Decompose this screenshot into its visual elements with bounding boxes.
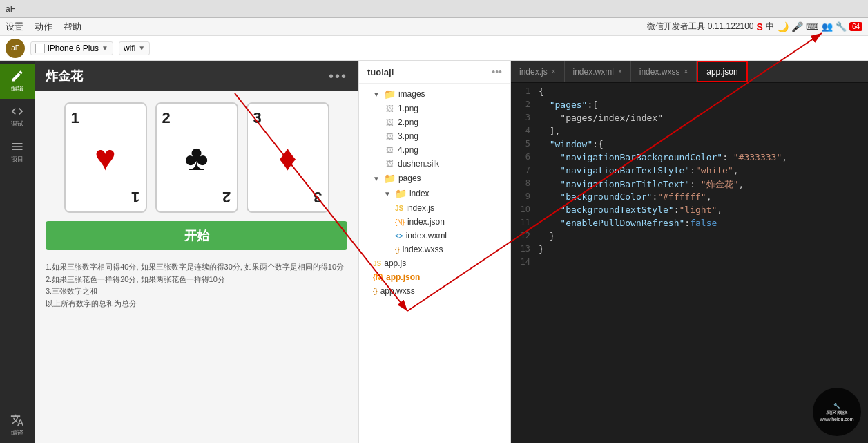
card-2: 2 ♣ 2 — [155, 102, 238, 213]
code-tabs: index.js × index.wxml × index.wxss × app… — [511, 61, 868, 83]
file-index-js[interactable]: JS index.js — [359, 201, 510, 215]
watermark-text-2: www.heiqu.com — [820, 417, 853, 422]
line-content: "navigationBarTitleText": "炸金花", — [539, 178, 868, 191]
js-icon-app: JS — [373, 260, 381, 267]
device-name: iPhone 6 Plus — [48, 44, 99, 53]
keyboard-icon: ⌨ — [806, 21, 819, 32]
code-line: 11 "enablePullDownRefresh":false — [511, 217, 868, 230]
card-3-suit: ♦ — [278, 140, 297, 176]
line-number: 7 — [511, 164, 539, 178]
file-panel: tuolaji ••• ▼ 📁 images 🖼 1.png 🖼 2.png 🖼… — [359, 61, 511, 443]
file-pages-folder[interactable]: ▼ 📁 pages — [359, 171, 510, 186]
tab-index-wxml-label: index.wxml — [573, 67, 614, 77]
sidebar-item-debug[interactable]: 调试 — [0, 99, 35, 134]
card-3: 3 ♦ 3 — [247, 102, 329, 213]
tab-index-wxml-close[interactable]: × — [618, 68, 622, 75]
af-tab: aF — [0, 0, 868, 18]
sidebar-bottom: 编译 — [8, 408, 27, 443]
left-sidebar: 编辑 调试 项目 编译 — [0, 61, 35, 443]
line-number: 10 — [511, 204, 539, 217]
code-area[interactable]: 1{2 "pages":[3 "pages/index/index"4 ],5 … — [511, 83, 868, 443]
tab-index-wxss[interactable]: index.wxss × — [631, 61, 697, 82]
device-selector[interactable]: iPhone 6 Plus ▼ — [30, 41, 113, 55]
tab-app-json[interactable]: app.json — [697, 61, 747, 82]
file-app-js[interactable]: JS app.js — [359, 256, 510, 270]
tab-index-wxss-label: index.wxss — [639, 67, 680, 77]
tab-index-wxml[interactable]: index.wxml × — [565, 61, 631, 82]
img-icon-2: 🖼 — [384, 118, 395, 126]
img-icon-4: 🖼 — [384, 146, 395, 154]
menu-right: 微信开发者工具 0.11.122100 S 中 🌙 🎤 ⌨ 👥 🔧 64 — [647, 21, 862, 32]
json-icon-app: {N} — [373, 274, 383, 281]
card-3-bottom: 3 — [314, 188, 322, 206]
menu-help[interactable]: 帮助 — [64, 21, 81, 33]
card-1-top: 1 — [71, 109, 79, 127]
code-line: 8 "navigationBarTitleText": "炸金花", — [511, 178, 868, 191]
line-number: 2 — [511, 99, 539, 112]
file-app-wxss[interactable]: {} app.wxss — [359, 284, 510, 298]
main-area: 编辑 调试 项目 编译 炸金花 ••• 1 ♥ 1 — [0, 61, 868, 443]
phone-topbar: 炸金花 ••• — [35, 61, 358, 91]
rule-3: 3.三张数字之和 — [46, 285, 347, 298]
line-number: 1 — [511, 86, 539, 99]
file-dushen[interactable]: 🖼 dushen.silk — [359, 157, 510, 171]
code-line: 3 "pages/index/index" — [511, 112, 868, 125]
sidebar-item-translate[interactable]: 编译 — [8, 408, 27, 443]
start-button[interactable]: 开始 — [46, 221, 347, 250]
line-content: } — [539, 230, 868, 243]
line-number: 12 — [511, 230, 539, 243]
line-content: "window":{ — [539, 138, 868, 151]
watermark-text-1: 黑区网络 — [826, 409, 848, 417]
tab-index-js[interactable]: index.js × — [511, 61, 565, 82]
card-3-top: 3 — [253, 109, 262, 127]
line-number: 8 — [511, 178, 539, 191]
card-1: 1 ♥ 1 — [64, 102, 147, 213]
file-index-json[interactable]: {N} index.json — [359, 215, 510, 229]
users-icon: 👥 — [822, 21, 833, 32]
silk-icon: 🖼 — [384, 160, 395, 168]
sidebar-editor-label: 编辑 — [11, 84, 23, 93]
network-selector[interactable]: wifi ▼ — [119, 41, 150, 55]
code-line: 9 "backgroundColor":"#ffffff", — [511, 191, 868, 204]
file-3png[interactable]: 🖼 3.png — [359, 129, 510, 143]
tab-index-wxss-close[interactable]: × — [684, 68, 688, 75]
tab-index-js-close[interactable]: × — [552, 68, 556, 75]
file-dushen-label: dushen.silk — [398, 159, 439, 169]
file-panel-more[interactable]: ••• — [492, 66, 502, 77]
sidebar-item-editor[interactable]: 编辑 — [0, 64, 35, 99]
file-3png-label: 3.png — [398, 131, 418, 141]
sidebar-item-project[interactable]: 项目 — [0, 134, 35, 169]
af-label: aF — [6, 4, 15, 14]
pages-folder-label: pages — [398, 173, 421, 183]
index-folder-label: index — [409, 189, 430, 198]
card-1-suit: ♥ — [95, 140, 116, 176]
file-index-wxss[interactable]: {} index.wxss — [359, 243, 510, 256]
tab-app-json-label: app.json — [706, 67, 737, 77]
tools-icon: 🔧 — [836, 21, 847, 32]
file-1png[interactable]: 🖼 1.png — [359, 102, 510, 115]
watermark-icon: 🔧 — [833, 403, 840, 409]
wxss-icon-index: {} — [395, 246, 400, 254]
line-number: 13 — [511, 243, 539, 256]
file-index-wxml[interactable]: <> index.wxml — [359, 229, 510, 243]
line-content: "navigationBarTextStyle":"white", — [539, 164, 868, 178]
file-index-folder[interactable]: ▼ 📁 index — [359, 186, 510, 201]
file-images-folder[interactable]: ▼ 📁 images — [359, 86, 510, 102]
sidebar-debug-label: 调试 — [11, 120, 23, 129]
device-checkbox — [35, 44, 45, 53]
file-index-json-label: index.json — [407, 217, 445, 227]
js-icon-index: JS — [395, 205, 403, 212]
file-2png[interactable]: 🖼 2.png — [359, 115, 510, 129]
file-4png[interactable]: 🖼 4.png — [359, 143, 510, 157]
file-app-js-label: app.js — [384, 258, 406, 268]
file-app-json[interactable]: {N} app.json — [359, 270, 510, 284]
code-line: 6 "navigationBarBackgroundColor": "#3333… — [511, 151, 868, 164]
line-number: 3 — [511, 112, 539, 125]
file-index-js-label: index.js — [406, 203, 434, 213]
sogou-icon: S — [757, 21, 763, 32]
menu-settings[interactable]: 设置 — [6, 21, 23, 33]
phone-panel: 炸金花 ••• 1 ♥ 1 2 ♣ 2 3 ♦ 3 — [35, 61, 359, 443]
menu-actions[interactable]: 动作 — [35, 21, 52, 33]
pages-chevron: ▼ — [373, 175, 380, 182]
file-app-json-label: app.json — [386, 272, 420, 282]
